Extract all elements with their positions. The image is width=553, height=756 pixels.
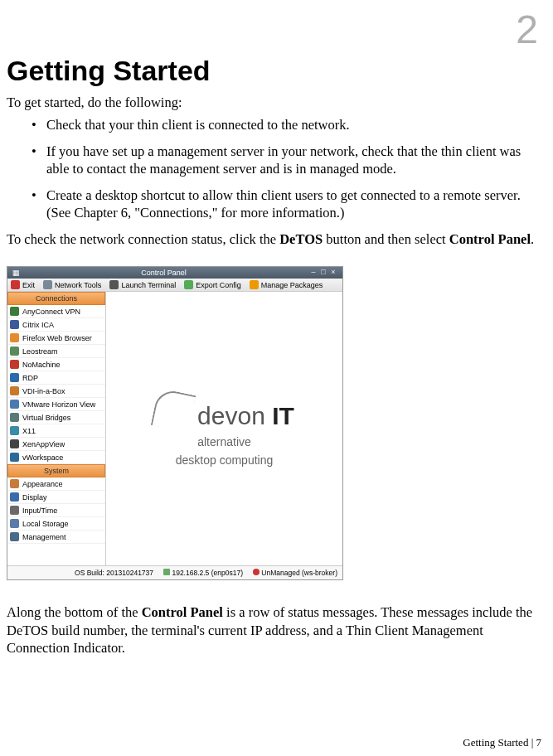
export-config-button[interactable]: Export Config — [184, 280, 241, 289]
sidebar-item-label: X11 — [22, 427, 36, 435]
export-icon — [184, 280, 193, 289]
app-icon — [10, 333, 19, 342]
control-panel-screenshot: ▦ Control Panel – □ × Exit Network Tools… — [7, 266, 343, 580]
app-icon — [10, 346, 19, 356]
mgmt-status-icon — [253, 569, 260, 575]
manage-packages-button[interactable]: Manage Packages — [250, 280, 323, 289]
sidebar-item-label: XenAppView — [22, 440, 65, 448]
main-panel: devon IT alternative desktop computing — [106, 292, 342, 565]
app-icon — [10, 413, 19, 422]
settings-icon — [10, 479, 19, 488]
app-icon — [10, 426, 19, 435]
bullet-list: Check that your thin client is connected… — [7, 116, 545, 221]
window-icon: ▦ — [12, 269, 20, 277]
sidebar-item[interactable]: Local Storage — [7, 517, 105, 531]
check-paragraph: To check the network connection status, … — [7, 230, 545, 248]
app-icon — [10, 386, 19, 395]
settings-icon — [10, 492, 19, 502]
closing-paragraph: Along the bottom of the Control Panel is… — [7, 603, 545, 657]
ip-status: 192.168.2.5 (enp0s17) — [163, 569, 243, 577]
app-icon — [10, 400, 19, 409]
minimize-icon[interactable]: – — [309, 269, 318, 277]
network-tools-button[interactable]: Network Tools — [43, 280, 101, 289]
sidebar-item[interactable]: VMware Horizon View — [7, 398, 105, 411]
sidebar-item[interactable]: Firefox Web Browser — [7, 332, 105, 345]
sidebar-item-label: VMware Horizon View — [22, 400, 95, 409]
maximize-icon[interactable]: □ — [319, 269, 327, 277]
sidebar-item[interactable]: Display — [7, 491, 105, 504]
app-icon — [10, 360, 19, 369]
package-icon — [250, 280, 259, 289]
sidebar-item[interactable]: Virtual Bridges — [7, 411, 105, 424]
exit-icon — [11, 280, 20, 289]
mgmt-status: UnManaged (ws-broker) — [253, 569, 337, 577]
sidebar-item-label: RDP — [22, 374, 38, 382]
build-status: OS Build: 201310241737 — [75, 569, 153, 577]
app-icon — [10, 439, 19, 448]
sidebar-item-label: VDI-in-a-Box — [22, 387, 65, 395]
sidebar-item-label: NoMachine — [22, 361, 61, 369]
app-icon — [10, 320, 19, 329]
close-icon[interactable]: × — [329, 269, 337, 277]
sidebar-item[interactable]: XenAppView — [7, 438, 105, 451]
list-item: If you have set up a management server i… — [43, 143, 545, 178]
chapter-number: 2 — [7, 10, 538, 50]
app-icon — [10, 307, 19, 316]
settings-icon — [10, 506, 19, 515]
sidebar-item[interactable]: X11 — [7, 424, 105, 438]
sidebar-item-label: Leostream — [22, 347, 58, 356]
sidebar-item[interactable]: Input/Time — [7, 504, 105, 517]
sidebar-item[interactable]: AnyConnect VPN — [7, 305, 105, 318]
sidebar-item-label: Local Storage — [22, 520, 69, 528]
app-icon — [10, 373, 19, 382]
toolbar: Exit Network Tools Launch Terminal Expor… — [7, 279, 342, 292]
settings-icon — [10, 519, 19, 528]
sidebar-item-label: Firefox Web Browser — [22, 334, 92, 342]
sidebar-item[interactable]: VDI-in-a-Box — [7, 385, 105, 398]
sidebar-item-label: Management — [22, 533, 66, 541]
list-item: Check that your thin client is connected… — [43, 116, 545, 133]
sidebar-item-label: AnyConnect VPN — [22, 308, 80, 316]
sidebar-item[interactable]: RDP — [7, 371, 105, 385]
sidebar-item[interactable]: Management — [7, 531, 105, 544]
window-title: Control Panel — [20, 269, 308, 277]
devon-it-logo: devon IT alternative desktop computing — [154, 391, 294, 467]
terminal-icon — [109, 280, 119, 289]
window-titlebar: ▦ Control Panel – □ × — [7, 267, 342, 279]
launch-terminal-button[interactable]: Launch Terminal — [109, 280, 176, 289]
sidebar-item[interactable]: Appearance — [7, 477, 105, 491]
sidebar-item-label: vWorkspace — [22, 453, 63, 462]
network-icon — [43, 280, 52, 289]
sidebar-item[interactable]: Citrix ICA — [7, 318, 105, 332]
system-header: System — [7, 464, 105, 477]
connections-header: Connections — [7, 292, 105, 305]
list-item: Create a desktop shortcut to allow thin … — [43, 187, 545, 222]
sidebar-item-label: Input/Time — [22, 506, 57, 515]
page-footer: Getting Started | 7 — [463, 736, 541, 749]
status-bar: OS Build: 201310241737 192.168.2.5 (enp0… — [7, 565, 342, 579]
network-status-icon — [163, 569, 170, 575]
settings-icon — [10, 532, 19, 541]
sidebar-item[interactable]: Leostream — [7, 345, 105, 358]
sidebar-item[interactable]: NoMachine — [7, 358, 105, 371]
app-icon — [10, 453, 19, 462]
sidebar: Connections AnyConnect VPNCitrix ICAFire… — [7, 292, 106, 565]
sidebar-item-label: Display — [22, 493, 47, 502]
page-title: Getting Started — [7, 55, 545, 87]
exit-button[interactable]: Exit — [11, 280, 35, 289]
sidebar-item-label: Virtual Bridges — [22, 414, 70, 422]
intro-text: To get started, do the following: — [7, 94, 545, 111]
sidebar-item-label: Citrix ICA — [22, 321, 54, 329]
sidebar-item-label: Appearance — [22, 480, 63, 488]
sidebar-item[interactable]: vWorkspace — [7, 451, 105, 464]
